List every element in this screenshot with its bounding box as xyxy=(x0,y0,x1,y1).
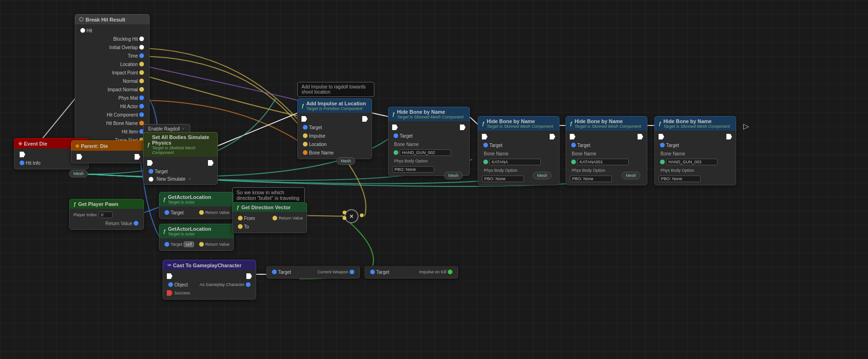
hide4-phys-dropdown[interactable]: PBO: None xyxy=(659,176,701,182)
func-icon-loc1: ƒ xyxy=(163,197,166,202)
hide3-phys-dropdown[interactable]: PBO: None xyxy=(570,176,612,182)
hide-bone-2-header: ƒ Hide Bone by Name Target is Skinned Me… xyxy=(478,116,560,131)
parent-exec-in-pin[interactable] xyxy=(77,154,82,160)
hide4-exec-in[interactable] xyxy=(659,134,664,139)
hide4-target-pin[interactable] xyxy=(660,143,665,147)
hide2-exec-out[interactable] xyxy=(550,134,555,139)
hide2-phys-dropdown[interactable]: PBO: None xyxy=(482,176,524,182)
hide-bone-1-body: Target Bone Name Phys Body Option PBO: N… xyxy=(388,121,470,176)
add-impulse-location-pin[interactable] xyxy=(303,142,308,147)
player-index-input[interactable] xyxy=(99,212,113,218)
cast-exec-out[interactable] xyxy=(246,273,252,279)
hide2-exec-in[interactable] xyxy=(482,134,488,139)
normal-pin[interactable] xyxy=(139,79,144,83)
hide3-bone-pin[interactable] xyxy=(571,160,576,164)
loc2-return-pin[interactable] xyxy=(199,242,204,247)
hide1-bone-input[interactable] xyxy=(400,149,451,156)
ik-target-in[interactable] xyxy=(370,270,375,274)
dir-from-pin[interactable] xyxy=(238,216,243,220)
current-weapon-node[interactable]: Target Current Weapon xyxy=(266,266,360,278)
get-actor-loc-2-header: ƒ GetActorLocation Target is Actor xyxy=(159,224,234,238)
add-impulse-bone-pin[interactable] xyxy=(303,150,308,155)
multiply-in-1[interactable] xyxy=(343,211,346,214)
hide3-target-pin[interactable] xyxy=(571,143,576,147)
dir-to-pin[interactable] xyxy=(238,224,243,229)
add-impulse-node[interactable]: ƒ Add Impulse at Location Target is Prim… xyxy=(297,98,372,159)
time-pin[interactable] xyxy=(139,53,144,58)
ragdoll-checkbox[interactable]: ✓ xyxy=(182,127,185,131)
get-player-pawn-node[interactable]: ƒ Get Player Pawn Player Index Return Va… xyxy=(69,199,144,230)
initial-overlap-pin[interactable] xyxy=(139,45,144,50)
hit-pin[interactable] xyxy=(80,28,85,33)
hide4-exec-out[interactable] xyxy=(726,134,732,139)
hide1-target-pin[interactable] xyxy=(394,133,398,138)
add-impulse-exec-out[interactable] xyxy=(362,116,368,122)
cast-exec-in[interactable] xyxy=(167,273,172,279)
func-icon-hide3: ƒ xyxy=(570,121,573,126)
hide3-exec-out[interactable] xyxy=(638,134,643,139)
ik-out-pin[interactable] xyxy=(448,270,452,274)
cw-target-in[interactable] xyxy=(272,270,277,274)
break-hit-result-header: ⬡ Break Hit Result xyxy=(75,14,150,24)
hide1-exec-out[interactable] xyxy=(460,125,466,130)
set-exec-out[interactable] xyxy=(208,160,214,166)
return-value-pin[interactable] xyxy=(134,221,138,226)
add-impulse-target-pin[interactable] xyxy=(303,125,308,130)
cast-to-gameplay-node[interactable]: ↠ Cast To GameplayCharacter Object As Ga… xyxy=(163,260,256,300)
dir-to-label: To xyxy=(244,224,249,229)
dir-return-pin[interactable] xyxy=(273,216,277,220)
cast-as-pin[interactable] xyxy=(246,282,251,287)
hide2-target-pin[interactable] xyxy=(483,143,488,147)
new-simulate-pin[interactable] xyxy=(149,177,153,182)
hide4-bone-input[interactable] xyxy=(666,159,717,165)
hide1-exec-in[interactable] xyxy=(392,125,398,130)
add-impulse-exec-in[interactable] xyxy=(301,116,307,122)
hide-bone-4-node[interactable]: ƒ Hide Bone by Name Target is Skinned Me… xyxy=(654,116,736,185)
hide3-exec-in[interactable] xyxy=(570,134,575,139)
impulse-on-kill-node[interactable]: Target Impulse on Kill xyxy=(365,266,458,278)
hide4-bone-pin[interactable] xyxy=(660,160,665,164)
impact-normal-pin[interactable] xyxy=(139,87,144,92)
multiply-out[interactable] xyxy=(360,213,364,217)
get-direction-node[interactable]: ƒ Get Direction Vector From Return Value… xyxy=(232,202,307,233)
add-impulse-impulse-pin[interactable] xyxy=(303,133,308,138)
hide-bone-3-subtitle: Target is Skinned Mesh Component xyxy=(574,124,641,129)
hide3-bone-input[interactable] xyxy=(577,159,629,165)
impact-point-pin[interactable] xyxy=(139,70,144,75)
set-target-pin[interactable] xyxy=(149,169,153,174)
break-icon: ⬡ xyxy=(79,16,84,22)
event-exec-pin[interactable] xyxy=(20,152,25,157)
loc1-target-pin[interactable] xyxy=(165,210,169,215)
cw-out-pin[interactable] xyxy=(350,270,354,274)
hide1-phys-label: Phys Body Option xyxy=(394,159,428,163)
parent-die-node[interactable]: ◆ Parent: Die xyxy=(71,140,146,163)
hit-component-pin[interactable] xyxy=(139,112,144,117)
multiply-in-2[interactable] xyxy=(343,216,346,220)
cast-success-pin[interactable] xyxy=(167,290,172,296)
location-pin[interactable] xyxy=(139,62,144,66)
new-simulate-check[interactable]: ✓ xyxy=(188,177,192,181)
hide2-bone-input[interactable] xyxy=(489,159,541,165)
hide-bone-1-node[interactable]: ƒ Hide Bone by Name Target is Skinned Me… xyxy=(388,107,470,176)
add-impulse-exec-row xyxy=(298,115,372,123)
impact-point-label: Impact Point xyxy=(79,70,138,75)
hide1-bone-pin[interactable] xyxy=(394,150,398,155)
phys-mat-pin[interactable] xyxy=(139,95,144,100)
loc1-return-pin[interactable] xyxy=(199,210,204,215)
loc1-target-row: Target Return Value xyxy=(159,208,233,217)
hit-actor-pin[interactable] xyxy=(139,104,144,109)
get-actor-location-1-node[interactable]: ƒ GetActorLocation Target is Actor Targe… xyxy=(159,192,234,219)
hit-info-pin[interactable] xyxy=(20,161,24,165)
cast-body: Object As Gameplay Character Success xyxy=(163,270,256,300)
loc2-target-pin[interactable] xyxy=(165,242,169,247)
hide1-phys-dropdown[interactable]: PBO: None xyxy=(392,166,434,173)
blocking-hit-pin[interactable] xyxy=(139,37,144,41)
multiply-node[interactable]: × xyxy=(344,209,359,223)
break-hit-result-node[interactable]: ⬡ Break Hit Result Hit Blocking Hit Init… xyxy=(75,14,150,155)
hide2-bone-pin[interactable] xyxy=(483,160,488,164)
get-actor-location-2-node[interactable]: ƒ GetActorLocation Target is Actor Targe… xyxy=(159,224,234,251)
parent-exec-out-pin[interactable] xyxy=(135,154,140,160)
set-all-bodies-node[interactable]: ƒ Set All Bodies Simulate Physics Target… xyxy=(143,132,218,185)
set-exec-in[interactable] xyxy=(147,160,153,166)
cast-object-pin[interactable] xyxy=(168,282,173,287)
